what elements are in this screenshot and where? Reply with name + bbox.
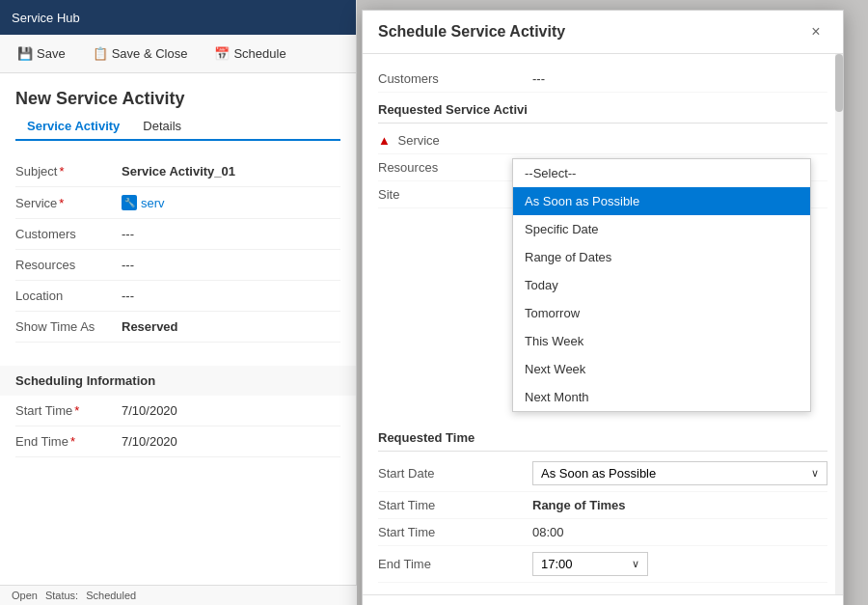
end-time-value: 17:00 <box>541 557 573 571</box>
modal-start-time-label: Start Time <box>378 498 532 512</box>
customers-label: Customers <box>378 71 532 86</box>
status-open: Open <box>12 590 38 601</box>
form-row-location: Location --- <box>15 281 340 312</box>
app-content: New Service Activity Service Activity De… <box>0 73 356 358</box>
dropdown-item-asap[interactable]: As Soon as Possible <box>513 187 810 215</box>
subject-value: Service Activity_01 <box>122 164 235 179</box>
end-time-select[interactable]: 17:00 ∨ <box>532 552 648 576</box>
save-icon: 💾 <box>17 46 33 61</box>
form-row-end-time: End Time* 7/10/2020 <box>15 426 340 457</box>
modal-titlebar: Schedule Service Activity × <box>363 11 843 54</box>
modal-start-time-value: Range of Times <box>532 498 827 512</box>
modal-body: Customers --- Requested Service Activi ▲… <box>363 54 843 594</box>
modal-service-label: ▲ Service <box>378 133 532 148</box>
status-value: Scheduled <box>86 590 136 601</box>
dropdown-item-select[interactable]: --Select-- <box>513 159 810 187</box>
modal-resources-label: Resources <box>378 160 532 175</box>
scheduling-section-header: Scheduling Information <box>0 366 356 396</box>
dropdown-item-this-week[interactable]: This Week <box>513 327 810 355</box>
dropdown-item-today[interactable]: Today <box>513 271 810 299</box>
customers-value: --- <box>122 227 134 241</box>
modal-start-date-label: Start Date <box>378 466 532 481</box>
dropdown-item-specific-date[interactable]: Specific Date <box>513 215 810 243</box>
show-time-value: Reserved <box>122 319 178 334</box>
modal-row-start-date: Start Date As Soon as Possible ∨ <box>378 455 827 492</box>
schedule-icon: 📅 <box>214 46 230 61</box>
form-row-show-time: Show Time As Reserved <box>15 312 340 343</box>
status-bar: Open Status: Scheduled <box>0 585 357 605</box>
dropdown-item-next-month[interactable]: Next Month <box>513 383 810 411</box>
dropdown-overlay: --Select-- As Soon as Possible Specific … <box>512 158 811 412</box>
modal-schedule: Schedule Service Activity × Customers --… <box>362 10 844 605</box>
page-title: New Service Activity <box>15 89 340 109</box>
app-titlebar: Service Hub <box>0 0 356 35</box>
scrollbar-thumb[interactable] <box>835 54 843 112</box>
chevron-down-icon: ∨ <box>811 467 819 480</box>
modal-start-time-field-value: 08:00 <box>532 525 827 539</box>
form-row-service: Service* 🔧 serv <box>15 187 340 219</box>
status-label: Status: <box>45 590 78 601</box>
modal-start-time-field-label: Start Time <box>378 525 532 539</box>
scrollbar-track <box>835 54 843 594</box>
app-background: Service Hub 💾 Save 📋 Save & Close 📅 Sche… <box>0 0 357 605</box>
save-close-icon: 📋 <box>93 46 108 61</box>
start-time-value: 7/10/2020 <box>122 403 177 418</box>
modal-row-start-time-header: Start Time Range of Times <box>378 492 827 519</box>
modal-row-end-time: End Time 17:00 ∨ <box>378 546 827 583</box>
dropdown-item-next-week[interactable]: Next Week <box>513 355 810 383</box>
service-value[interactable]: 🔧 serv <box>122 195 165 210</box>
tab-details[interactable]: Details <box>131 113 193 139</box>
requested-section-title: Requested Service Activi <box>378 93 827 124</box>
form-row-start-time: Start Time* 7/10/2020 <box>15 396 340 426</box>
resources-value: --- <box>122 258 134 272</box>
form-fields: Subject* Service Activity_01 Service* 🔧 … <box>15 156 340 343</box>
scheduling-section: Start Time* 7/10/2020 End Time* 7/10/202… <box>0 396 356 457</box>
modal-title: Schedule Service Activity <box>378 23 565 41</box>
end-time-chevron-icon: ∨ <box>632 558 639 570</box>
start-date-select[interactable]: As Soon as Possible ∨ <box>532 461 827 485</box>
service-icon: 🔧 <box>122 195 137 210</box>
start-date-value: As Soon as Possible <box>541 466 656 481</box>
dropdown-item-tomorrow[interactable]: Tomorrow <box>513 299 810 327</box>
save-close-button[interactable]: 📋 Save & Close <box>87 43 194 64</box>
app-toolbar: 💾 Save 📋 Save & Close 📅 Schedule <box>0 35 356 73</box>
modal-footer: Find Available Times Cancel <box>363 594 843 605</box>
location-value: --- <box>122 289 134 303</box>
end-time-value: 7/10/2020 <box>122 434 177 449</box>
tab-service-activity[interactable]: Service Activity <box>15 113 131 141</box>
schedule-button[interactable]: 📅 Schedule <box>208 43 291 64</box>
modal-site-label: Site <box>378 187 532 202</box>
modal-row-service: ▲ Service <box>378 127 827 154</box>
modal-row-start-time-field: Start Time 08:00 <box>378 519 827 546</box>
modal-close-button[interactable]: × <box>804 20 827 43</box>
modal-end-time-label: End Time <box>378 557 532 571</box>
tabs-row: Service Activity Details <box>15 113 340 141</box>
save-button[interactable]: 💾 Save <box>12 43 71 64</box>
modal-customers-value: --- <box>532 71 827 86</box>
form-row-customers: Customers --- <box>15 219 340 250</box>
app-title: Service Hub <box>12 11 80 25</box>
modal-row-customers: Customers --- <box>378 66 827 93</box>
form-row-subject: Subject* Service Activity_01 <box>15 156 340 187</box>
requested-time-title: Requested Time <box>378 421 827 452</box>
form-row-resources: Resources --- <box>15 250 340 281</box>
dropdown-item-range-dates[interactable]: Range of Dates <box>513 243 810 271</box>
